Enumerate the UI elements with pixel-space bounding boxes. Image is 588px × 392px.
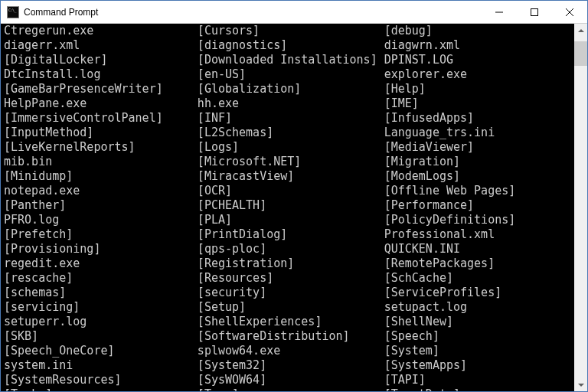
listing-cell: PFRO.log	[4, 213, 198, 227]
listing-cell: [Speech_OneCore]	[4, 344, 198, 358]
listing-row: regedit.exe[Registration][RemotePackages…	[4, 256, 574, 271]
listing-cell: [INF]	[198, 111, 384, 126]
listing-cell: [IME]	[384, 96, 419, 111]
listing-cell: [PrintDialog]	[198, 227, 384, 242]
listing-row: mib.bin[Microsoft.NET][Migration]	[4, 155, 574, 169]
listing-row: [ImmersiveControlPanel][INF][InfusedApps…	[4, 111, 574, 126]
listing-cell: [System32]	[198, 358, 384, 373]
listing-row: [schemas][security][ServiceProfiles]	[4, 286, 574, 300]
listing-cell: [MediaViewer]	[384, 140, 474, 155]
listing-cell: [diagnostics]	[198, 38, 384, 53]
listing-cell: [MiracastView]	[198, 169, 384, 184]
listing-cell: [rescache]	[4, 271, 198, 286]
listing-cell: [Downloaded Installations]	[198, 53, 384, 67]
listing-cell: [Help]	[384, 82, 426, 96]
vertical-scrollbar[interactable]	[574, 24, 587, 391]
scroll-down-button[interactable]	[574, 378, 587, 391]
listing-cell: DtcInstall.log	[4, 67, 198, 82]
listing-cell: [Temp]	[198, 387, 384, 391]
listing-cell: [Prefetch]	[4, 227, 198, 242]
listing-cell: explorer.exe	[384, 67, 467, 82]
listing-cell: [SKB]	[4, 329, 198, 344]
listing-cell: [ImmersiveControlPanel]	[4, 111, 198, 126]
listing-cell: [RemotePackages]	[384, 256, 495, 271]
listing-row: [SKB][SoftwareDistribution][Speech]	[4, 329, 574, 344]
listing-row: PFRO.log[PLA][PolicyDefinitions]	[4, 213, 574, 227]
listing-cell: [qps-ploc]	[198, 242, 384, 256]
window-title: Command Prompt	[24, 7, 482, 18]
listing-cell: Language_trs.ini	[384, 126, 495, 140]
listing-row: Ctregerun.exe[Cursors][debug]	[4, 24, 574, 38]
listing-cell: mib.bin	[4, 155, 198, 169]
listing-cell: system.ini	[4, 358, 198, 373]
listing-cell: [Registration]	[198, 256, 384, 271]
listing-cell: diagwrn.xml	[384, 38, 460, 53]
titlebar[interactable]: Command Prompt	[1, 1, 587, 24]
scroll-thumb[interactable]	[574, 41, 587, 66]
maximize-icon	[531, 8, 538, 16]
listing-row: diagerr.xml[diagnostics]diagwrn.xml	[4, 38, 574, 53]
listing-cell: [Resources]	[198, 271, 384, 286]
listing-cell: [PCHEALTH]	[198, 198, 384, 213]
listing-row: [Panther][PCHEALTH][Performance]	[4, 198, 574, 213]
listing-row: [SystemResources][SysWOW64][TAPI]	[4, 373, 574, 387]
scroll-track[interactable]	[574, 37, 587, 378]
window-controls	[482, 1, 587, 23]
listing-cell: diagerr.xml	[4, 38, 198, 53]
app-window: Command Prompt Ctregerun.exe[Cursors][de…	[0, 0, 588, 392]
listing-cell: [Performance]	[384, 198, 474, 213]
listing-cell: setuperr.log	[4, 315, 198, 329]
listing-cell: [InputMethod]	[4, 126, 198, 140]
listing-cell: [debug]	[384, 24, 433, 38]
listing-row: [rescache][Resources][SchCache]	[4, 271, 574, 286]
cmd-icon	[7, 6, 19, 18]
listing-row: [DigitalLocker][Downloaded Installations…	[4, 53, 574, 67]
listing-cell: [SoftwareDistribution]	[198, 329, 384, 344]
client-area: Ctregerun.exe[Cursors][debug]diagerr.xml…	[1, 24, 587, 391]
svg-rect-0	[531, 8, 538, 15]
listing-row: [Speech_OneCore]splwow64.exe[System]	[4, 344, 574, 358]
listing-cell: [ServiceProfiles]	[384, 286, 502, 300]
listing-cell: [Globalization]	[198, 82, 384, 96]
listing-cell: [Migration]	[384, 155, 460, 169]
listing-cell: [GameBarPresenceWriter]	[4, 82, 198, 96]
listing-cell: [Microsoft.NET]	[198, 155, 384, 169]
listing-cell: [SystemResources]	[4, 373, 198, 387]
listing-row: HelpPane.exehh.exe[IME]	[4, 96, 574, 111]
listing-row: [GameBarPresenceWriter][Globalization][H…	[4, 82, 574, 96]
scroll-up-button[interactable]	[574, 24, 587, 37]
listing-row: system.ini[System32][SystemApps]	[4, 358, 574, 373]
listing-cell: [Provisioning]	[4, 242, 198, 256]
listing-cell: [servicing]	[4, 300, 198, 315]
listing-cell: [SysWOW64]	[198, 373, 384, 387]
terminal-output[interactable]: Ctregerun.exe[Cursors][debug]diagerr.xml…	[1, 24, 574, 391]
listing-row: [servicing][Setup]setupact.log	[4, 300, 574, 315]
listing-cell: [Setup]	[198, 300, 384, 315]
listing-cell: hh.exe	[198, 96, 384, 111]
close-button[interactable]	[552, 1, 587, 23]
maximize-button[interactable]	[517, 1, 552, 23]
listing-cell: [security]	[198, 286, 384, 300]
listing-cell: [Offline Web Pages]	[384, 184, 516, 198]
minimize-button[interactable]	[482, 1, 517, 23]
listing-cell: [Speech]	[384, 329, 439, 344]
listing-cell: [Minidump]	[4, 169, 198, 184]
listing-cell: [Tasks]	[4, 387, 198, 391]
listing-cell: QUICKEN.INI	[384, 242, 460, 256]
listing-row: DtcInstall.log[en-US]explorer.exe	[4, 67, 574, 82]
listing-cell: [InfusedApps]	[384, 111, 474, 126]
listing-cell: [en-US]	[198, 67, 384, 82]
listing-row: [Prefetch][PrintDialog]Professional.xml	[4, 227, 574, 242]
listing-cell: Professional.xml	[384, 227, 495, 242]
listing-cell: [Panther]	[4, 198, 198, 213]
listing-row: [Tasks][Temp][ToastData]	[4, 387, 574, 391]
listing-cell: [ToastData]	[384, 387, 460, 391]
listing-row: setuperr.log[ShellExperiences][ShellNew]	[4, 315, 574, 329]
listing-row: [InputMethod][L2Schemas]Language_trs.ini	[4, 126, 574, 140]
listing-cell: [LiveKernelReports]	[4, 140, 198, 155]
listing-cell: [TAPI]	[384, 373, 426, 387]
listing-cell: DPINST.LOG	[384, 53, 453, 67]
listing-row: [LiveKernelReports][Logs][MediaViewer]	[4, 140, 574, 155]
listing-cell: [OCR]	[198, 184, 384, 198]
listing-cell: notepad.exe	[4, 184, 198, 198]
